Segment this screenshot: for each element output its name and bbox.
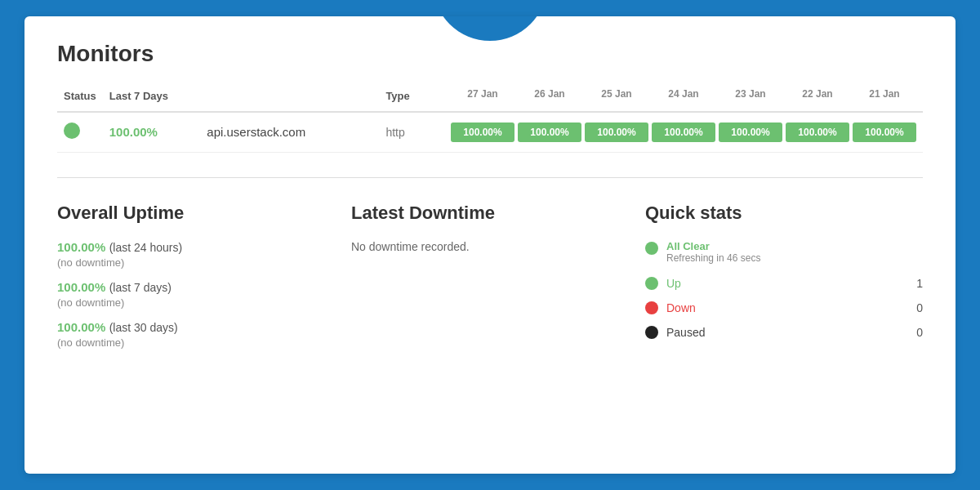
uptime-stat-sub: (no downtime) (57, 296, 335, 309)
uptime-stat-pct: 100.00% (57, 320, 105, 334)
uptime-percentage: 100.00% (109, 125, 158, 139)
monitors-table: Status Last 7 Days Type 27 Jan26 Jan25 J… (57, 83, 923, 153)
monitor-type: http (385, 126, 404, 139)
monitors-section: Status Last 7 Days Type 27 Jan26 Jan25 J… (57, 83, 923, 153)
uptime-stat-line: 100.00% (last 7 days) (57, 280, 335, 295)
uptime-stat-sub: (no downtime) (57, 336, 335, 349)
quick-stats-item: Up 1 (645, 277, 923, 290)
row-uptime-cell: 100.00% (103, 112, 201, 153)
latest-downtime-title: Latest Downtime (351, 203, 629, 224)
uptime-stat-line: 100.00% (last 30 days) (57, 320, 335, 335)
uptime-bar[interactable]: 100.00% (853, 122, 916, 142)
uptime-stat-sub: (no downtime) (57, 256, 335, 269)
uptime-stat-period: (last 30 days) (109, 321, 178, 334)
quick-stats-item: Paused 0 (645, 326, 923, 339)
quick-stats-count: 0 (906, 326, 923, 339)
uptime-stat-pct: 100.00% (57, 240, 105, 254)
header-last7days: Last 7 Days (103, 83, 201, 112)
monitor-name[interactable]: api.userstack.com (207, 125, 305, 139)
all-clear-text: All Clear Refreshing in 46 secs (666, 240, 760, 264)
uptime-bars: 100.00%100.00%100.00%100.00%100.00%100.0… (451, 122, 916, 142)
table-row[interactable]: 100.00% api.userstack.com http 100.00%10… (57, 112, 923, 153)
date-label: 27 Jan (451, 88, 514, 100)
uptime-stat-item: 100.00% (last 24 hours) (no downtime) (57, 240, 335, 269)
uptime-stat-pct: 100.00% (57, 280, 105, 294)
latest-downtime-section: Latest Downtime No downtime recorded. (351, 203, 645, 360)
date-label: 21 Jan (853, 88, 916, 100)
quick-stats-count: 0 (906, 301, 923, 314)
uptime-bar[interactable]: 100.00% (585, 122, 648, 142)
date-label: 22 Jan (786, 88, 849, 100)
all-clear-item: All Clear Refreshing in 46 secs (645, 240, 923, 264)
quick-stats-dot (645, 301, 658, 314)
uptime-bar[interactable]: 100.00% (719, 122, 782, 142)
quick-stats-label: Down (666, 301, 898, 314)
uptime-bar[interactable]: 100.00% (786, 122, 849, 142)
quick-stats-label: Up (666, 277, 898, 290)
header-type: Type (379, 83, 444, 112)
uptime-stat-item: 100.00% (last 7 days) (no downtime) (57, 280, 335, 309)
no-downtime-message: No downtime recorded. (351, 240, 629, 253)
page-title: Monitors (57, 41, 923, 67)
main-card: Monitors Status Last 7 Days Type 27 Jan2… (24, 16, 956, 474)
quick-stats-dot (645, 277, 658, 290)
row-type-cell: http (379, 112, 444, 153)
quick-stats-item: Down 0 (645, 301, 923, 314)
uptime-stat-line: 100.00% (last 24 hours) (57, 240, 335, 255)
quick-stats-items-list: Up 1 Down 0 Paused 0 (645, 277, 923, 339)
overall-uptime-title: Overall Uptime (57, 203, 335, 224)
header-name (200, 83, 379, 112)
date-label: 25 Jan (585, 88, 648, 100)
uptime-bar[interactable]: 100.00% (451, 122, 514, 142)
bottom-section: Overall Uptime 100.00% (last 24 hours) (… (57, 203, 923, 360)
all-clear-label: All Clear (666, 240, 760, 252)
quick-stats-dot (645, 326, 658, 339)
quick-stats-count: 1 (906, 277, 923, 290)
date-label: 24 Jan (652, 88, 715, 100)
uptime-bar[interactable]: 100.00% (518, 122, 581, 142)
date-label: 23 Jan (719, 88, 782, 100)
section-divider (57, 177, 923, 178)
uptime-stat-item: 100.00% (last 30 days) (no downtime) (57, 320, 335, 349)
header-status: Status (57, 83, 103, 112)
uptime-stats-list: 100.00% (last 24 hours) (no downtime) 10… (57, 240, 335, 349)
overall-uptime-section: Overall Uptime 100.00% (last 24 hours) (… (57, 203, 351, 360)
date-label: 26 Jan (518, 88, 581, 100)
uptime-stat-period: (last 24 hours) (109, 241, 182, 254)
uptime-bar[interactable]: 100.00% (652, 122, 715, 142)
quick-stats-label: Paused (666, 326, 898, 339)
header-dates: 27 Jan26 Jan25 Jan24 Jan23 Jan22 Jan21 J… (444, 83, 923, 112)
all-clear-dot (645, 242, 658, 255)
row-status-cell (57, 112, 103, 153)
all-clear-subtitle: Refreshing in 46 secs (666, 252, 760, 264)
status-dot (64, 122, 80, 139)
date-labels-row: 27 Jan26 Jan25 Jan24 Jan23 Jan22 Jan21 J… (451, 88, 916, 100)
row-bars-cell: 100.00%100.00%100.00%100.00%100.00%100.0… (444, 112, 923, 153)
quick-stats-section: Quick stats All Clear Refreshing in 46 s… (645, 203, 923, 360)
uptime-stat-period: (last 7 days) (109, 281, 172, 294)
row-name-cell: api.userstack.com (200, 112, 379, 153)
quick-stats-title: Quick stats (645, 203, 923, 224)
top-arc-decoration (433, 16, 547, 41)
